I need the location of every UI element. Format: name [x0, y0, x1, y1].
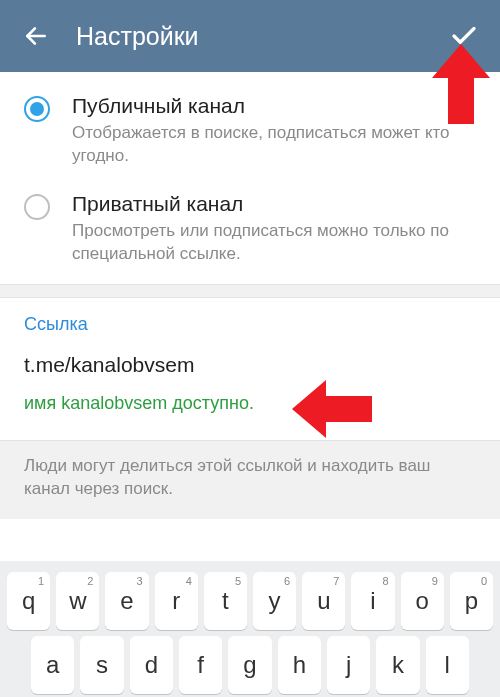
key-d[interactable]: d [130, 636, 173, 694]
radio-icon [24, 96, 50, 122]
back-arrow-icon [23, 23, 49, 49]
back-button[interactable] [16, 16, 56, 56]
radio-description: Отображается в поиске, подписаться может… [72, 122, 476, 168]
key-y[interactable]: y6 [253, 572, 296, 630]
key-g[interactable]: g [228, 636, 271, 694]
link-section-label: Ссылка [24, 314, 476, 335]
key-h[interactable]: h [278, 636, 321, 694]
key-l[interactable]: l [426, 636, 469, 694]
key-f[interactable]: f [179, 636, 222, 694]
key-p[interactable]: p0 [450, 572, 493, 630]
key-q[interactable]: q1 [7, 572, 50, 630]
keyboard: q1w2e3r4t5y6u7i8o9p0 asdfghjkl [0, 561, 500, 697]
key-j[interactable]: j [327, 636, 370, 694]
check-icon [449, 21, 479, 51]
key-k[interactable]: k [376, 636, 419, 694]
link-section: Ссылка имя kanalobvsem доступно. [0, 298, 500, 424]
section-divider [0, 284, 500, 298]
keyboard-row-1: q1w2e3r4t5y6u7i8o9p0 [0, 569, 500, 633]
content-area: Публичный канал Отображается в поиске, п… [0, 72, 500, 519]
page-title: Настройки [76, 22, 444, 51]
link-availability-status: имя kanalobvsem доступно. [24, 393, 476, 414]
radio-public-channel[interactable]: Публичный канал Отображается в поиске, п… [0, 84, 500, 182]
link-hint-text: Люди могут делиться этой ссылкой и наход… [24, 455, 476, 501]
radio-description: Просмотреть или подписаться можно только… [72, 220, 476, 266]
radio-private-channel[interactable]: Приватный канал Просмотреть или подписат… [0, 182, 500, 280]
confirm-button[interactable] [444, 16, 484, 56]
radio-label: Приватный канал [72, 192, 476, 216]
radio-icon [24, 194, 50, 220]
key-t[interactable]: t5 [204, 572, 247, 630]
hint-block: Люди могут делиться этой ссылкой и наход… [0, 440, 500, 519]
radio-label: Публичный канал [72, 94, 476, 118]
key-o[interactable]: o9 [401, 572, 444, 630]
channel-link-input[interactable] [24, 353, 476, 383]
key-w[interactable]: w2 [56, 572, 99, 630]
header: Настройки [0, 0, 500, 72]
key-i[interactable]: i8 [351, 572, 394, 630]
keyboard-row-2: asdfghjkl [0, 633, 500, 697]
key-u[interactable]: u7 [302, 572, 345, 630]
key-e[interactable]: e3 [105, 572, 148, 630]
key-r[interactable]: r4 [155, 572, 198, 630]
key-a[interactable]: a [31, 636, 74, 694]
key-s[interactable]: s [80, 636, 123, 694]
